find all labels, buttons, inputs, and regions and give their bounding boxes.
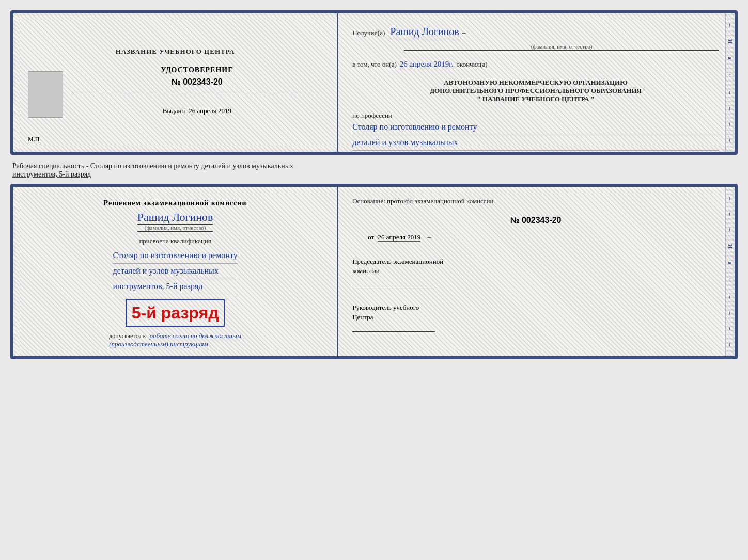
dash-right: – bbox=[428, 233, 431, 241]
received-label: Получил(а) bbox=[352, 29, 385, 37]
card2-right: Основание: протокол экзаменационной коми… bbox=[338, 187, 735, 356]
strip2-char2: – bbox=[727, 213, 734, 216]
org-name-top: НАЗВАНИЕ УЧЕБНОГО ЦЕНТРА bbox=[116, 47, 235, 56]
date-prefix: от bbox=[368, 233, 374, 241]
certificate-card-2: Решением экзаменационной комиссии Рашид … bbox=[10, 184, 738, 359]
chairman-signature bbox=[352, 285, 435, 285]
left-text-area: УДОСТОВЕРЕНИЕ № 002343-20 Выдано 26 апре… bbox=[71, 66, 322, 115]
allowed-block: допускается к работе согласно должностны… bbox=[109, 332, 241, 348]
cert-title-block: УДОСТОВЕРЕНИЕ № 002343-20 bbox=[161, 66, 233, 87]
chairman-title: Председатель экзаменационной bbox=[352, 257, 719, 266]
strip2-char1: – bbox=[727, 197, 734, 200]
card1-right: Получил(а) Рашид Логинов – (фамилия, имя… bbox=[338, 13, 735, 152]
specialty-text: Рабочая специальность - Столяр по изгото… bbox=[10, 159, 738, 180]
strip-char-top: – bbox=[727, 24, 734, 27]
qual-line2: деталей и узлов музыкальных bbox=[113, 264, 237, 279]
specialty-main: Рабочая специальность - Столяр по изгото… bbox=[12, 162, 293, 170]
cert-number: № 002343-20 bbox=[172, 77, 223, 87]
card1-left: НАЗВАНИЕ УЧЕБНОГО ЦЕНТРА УДОСТОВЕРЕНИЕ №… bbox=[13, 13, 338, 152]
strip-char-i: И bbox=[727, 39, 734, 44]
allowed-text: работе согласно должностным bbox=[149, 332, 241, 340]
fio-sublabel: (фамилия, имя, отчество) bbox=[404, 43, 719, 51]
strip-char-b2: – bbox=[727, 107, 734, 110]
decision-title: Решением экзаменационной комиссии bbox=[104, 199, 247, 207]
org-block: АВТОНОМНУЮ НЕКОММЕРЧЕСКУЮ ОРГАНИЗАЦИЮ ДО… bbox=[352, 78, 719, 103]
rank-box: 5-й разряд bbox=[126, 299, 225, 327]
strip-char-a: а bbox=[727, 57, 734, 60]
cert-separator bbox=[71, 94, 322, 94]
strip-char-arrow: ← bbox=[727, 73, 734, 78]
left-content-wrapper: УДОСТОВЕРЕНИЕ № 002343-20 Выдано 26 апре… bbox=[28, 66, 322, 118]
director-signature bbox=[352, 331, 435, 332]
strip2-char7: – bbox=[727, 343, 734, 346]
strip2-char6: – bbox=[727, 327, 734, 330]
strip-char-b3: – bbox=[727, 123, 734, 126]
right-date: от 26 апреля 2019 – bbox=[368, 233, 719, 242]
strip2-char5: – bbox=[727, 312, 734, 315]
date-prefix: в том, что он(а) bbox=[352, 60, 397, 69]
director-title: Руководитель учебного bbox=[352, 303, 719, 312]
issued-line: Выдано 26 апреля 2019 bbox=[163, 107, 231, 115]
chairman-subtitle: комиссии bbox=[352, 266, 719, 276]
date-val: 26 апреля 2019 bbox=[378, 233, 420, 242]
dash1: – bbox=[462, 29, 466, 37]
profession-section: по профессии Столяр по изготовлению и ре… bbox=[352, 111, 719, 155]
profession-line2: деталей и узлов музыкальных bbox=[352, 135, 719, 151]
date-line: в том, что он(а) 26 апреля 2019г. окончи… bbox=[352, 60, 719, 69]
strip2-char-a: а bbox=[727, 262, 734, 265]
mp-line: М.П. bbox=[28, 136, 41, 143]
org-line2: ДОПОЛНИТЕЛЬНОГО ПРОФЕССИОНАЛЬНОГО ОБРАЗО… bbox=[352, 87, 719, 95]
recipient-name: Рашид Логинов bbox=[390, 26, 459, 38]
strip-char-b4: – bbox=[727, 139, 734, 142]
issued-label: Выдано bbox=[163, 107, 185, 115]
basis-label: Основание: протокол экзаменационной коми… bbox=[352, 197, 719, 205]
profession-label: по профессии bbox=[352, 111, 719, 120]
rank-big: 5-й разряд bbox=[132, 303, 219, 323]
qual-line3: инструментов, 5-й разряд bbox=[113, 279, 237, 295]
certificate-card-1: НАЗВАНИЕ УЧЕБНОГО ЦЕНТРА УДОСТОВЕРЕНИЕ №… bbox=[10, 10, 738, 155]
photo-placeholder bbox=[28, 71, 63, 118]
strip-char-b1: – bbox=[727, 91, 734, 94]
qualification-lines: Столяр по изготовлению и ремонту деталей… bbox=[113, 248, 237, 294]
org-quote: " НАЗВАНИЕ УЧЕБНОГО ЦЕНТРА " bbox=[352, 95, 719, 103]
strip2-char4: – bbox=[727, 296, 734, 299]
cert-title: УДОСТОВЕРЕНИЕ bbox=[161, 66, 233, 74]
card2-fio-sublabel: (фамилия, имя, отчество) bbox=[137, 225, 213, 232]
date-value: 26 апреля 2019г. bbox=[400, 60, 454, 69]
side-strip-2: – – – И а ← – – – – bbox=[725, 187, 735, 356]
issued-date: 26 апреля 2019 bbox=[189, 107, 231, 115]
allowed-prefix: допускается к bbox=[109, 332, 146, 340]
date-suffix: окончил(а) bbox=[457, 60, 488, 69]
card2-recipient-name: Рашид Логинов bbox=[137, 211, 213, 225]
specialty-second: инструментов, 5-й разряд bbox=[12, 170, 91, 178]
allowed-text2: (производственным) инструкциям bbox=[109, 340, 208, 348]
chairman-block: Председатель экзаменационной комиссии bbox=[352, 257, 719, 285]
card2-left: Решением экзаменационной комиссии Рашид … bbox=[13, 187, 338, 356]
strip2-char-i: И bbox=[727, 244, 734, 249]
director-block: Руководитель учебного Центра bbox=[352, 303, 719, 331]
received-line: Получил(а) Рашид Логинов – bbox=[352, 26, 719, 38]
profession-line1: Столяр по изготовлению и ремонту bbox=[352, 120, 719, 135]
profession-line3: инструментов, 5-й разряд bbox=[352, 151, 719, 155]
page-wrapper: НАЗВАНИЕ УЧЕБНОГО ЦЕНТРА УДОСТОВЕРЕНИЕ №… bbox=[10, 10, 738, 359]
strip2-char3: – bbox=[727, 229, 734, 232]
card2-recipient-block: Рашид Логинов (фамилия, имя, отчество) bbox=[137, 211, 213, 232]
org-line1: АВТОНОМНУЮ НЕКОММЕРЧЕСКУЮ ОРГАНИЗАЦИЮ bbox=[352, 78, 719, 87]
protocol-number: № 002343-20 bbox=[352, 216, 719, 225]
qual-line1: Столяр по изготовлению и ремонту bbox=[113, 248, 237, 264]
side-strip-1: – И а ← – – – – bbox=[725, 13, 735, 152]
director-subtitle: Центра bbox=[352, 313, 719, 322]
qualification-label: присвоена квалификация bbox=[139, 237, 211, 245]
strip2-char-arrow: ← bbox=[727, 277, 734, 283]
